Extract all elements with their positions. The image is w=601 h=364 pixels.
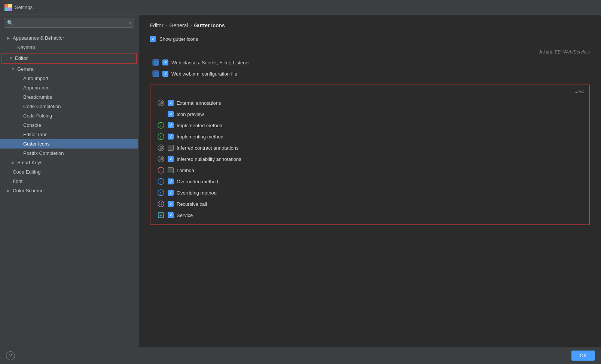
search-wrapper[interactable]: 🔍 ▾ [4, 18, 134, 28]
sidebar-item-color-scheme[interactable]: ▶ Color Scheme [0, 186, 138, 195]
icon-preview-checkbox[interactable] [168, 111, 174, 117]
sidebar-item-breadcrumbs[interactable]: Breadcrumbs [0, 92, 138, 102]
sidebar-item-general[interactable]: ▼ General [0, 64, 138, 74]
sidebar-item-font[interactable]: Font [0, 177, 138, 186]
svg-text:↓: ↓ [159, 123, 162, 128]
inferred-nullability-checkbox[interactable] [168, 156, 174, 162]
web-xml-icon: 🌐 [152, 70, 159, 77]
sidebar-item-code-folding[interactable]: Code Folding [0, 111, 138, 120]
recursive-call-label: Recursive call [177, 201, 207, 207]
sidebar-item-gutter-icons[interactable]: Gutter Icons [0, 139, 138, 149]
chevron-right-icon: ▶ [10, 160, 16, 165]
service-icon: + [157, 211, 165, 219]
chevron-right-icon: ▶ [6, 188, 11, 193]
sidebar-item-code-editing[interactable]: Code Editing [0, 167, 138, 177]
search-input[interactable] [15, 20, 129, 26]
service-label: Service [177, 212, 193, 218]
jakarta-section: Jakarta EE: Web/Servlets 🌐 Web classes: … [150, 49, 590, 79]
overriding-method-label: Overriding method [177, 190, 217, 196]
sidebar-item-label: Code Editing [13, 169, 40, 175]
inferred-contract-icon: @ [157, 144, 165, 152]
recursive-call-icon: ↺ [157, 200, 165, 208]
external-annotations-checkbox[interactable] [168, 100, 174, 106]
implementing-method-label: Implementing method [177, 134, 223, 140]
svg-text:↑: ↑ [159, 134, 162, 140]
breadcrumb: Editor › General › Gutter Icons [150, 22, 590, 28]
search-dropdown-icon[interactable]: ▾ [129, 21, 131, 25]
java-item-recursive-call: ↺ Recursive call [155, 198, 585, 209]
java-item-icon-preview: Icon preview [155, 108, 585, 120]
window-title: Settings [15, 4, 33, 10]
external-annotations-icon: @ [157, 99, 165, 107]
svg-text:@: @ [159, 146, 163, 150]
breadcrumb-editor: Editor [150, 22, 164, 28]
content-area: Editor › General › Gutter Icons Show gut… [138, 15, 601, 347]
inferred-contract-checkbox[interactable] [168, 145, 174, 151]
sidebar-item-smart-keys[interactable]: ▶ Smart Keys [0, 158, 138, 167]
overriding-method-checkbox[interactable] [168, 190, 174, 196]
sidebar-item-console[interactable]: Console [0, 120, 138, 130]
sidebar-item-editor-tabs[interactable]: Editor Tabs [0, 130, 138, 139]
sidebar-item-label: Color Scheme [13, 188, 43, 193]
overridden-method-icon: ↓ [157, 178, 165, 185]
chevron-none [16, 95, 22, 100]
sidebar-item-label: Editor Tabs [23, 132, 48, 137]
lambda-icon: ↑ [157, 166, 165, 174]
show-gutter-checkbox[interactable] [150, 36, 156, 42]
sidebar-item-appearance[interactable]: Appearance [0, 83, 138, 92]
overridden-method-checkbox[interactable] [168, 178, 174, 184]
sidebar-item-auto-import[interactable]: Auto Import [0, 74, 138, 83]
web-xml-checkbox[interactable] [162, 71, 168, 77]
chevron-down-icon: ▼ [10, 67, 16, 72]
sidebar-item-label: Appearance & Behavior [13, 35, 64, 41]
breadcrumb-sep-1: › [166, 23, 167, 28]
java-item-external-annotations: @ External annotations [155, 97, 585, 108]
ok-label: OK [580, 353, 587, 358]
chevron-none [16, 76, 22, 81]
svg-text:@: @ [159, 101, 163, 105]
sidebar-item-label: Breadcrumbs [23, 94, 52, 100]
sidebar-item-editor[interactable]: ▼ Editor [2, 53, 136, 63]
sidebar-item-label: Appearance [23, 85, 49, 91]
sidebar-item-label: Postfix Completion [23, 150, 64, 156]
sidebar-item-label: Gutter Icons [23, 141, 50, 147]
implemented-method-checkbox[interactable] [168, 122, 174, 128]
bottom-bar: ? OK [0, 347, 601, 364]
icon-preview-icon [157, 110, 165, 118]
search-bar: 🔍 ▾ [0, 15, 138, 31]
ok-button[interactable]: OK [571, 351, 595, 361]
sidebar-item-keymap[interactable]: Keymap [0, 43, 138, 52]
web-classes-checkbox[interactable] [162, 59, 168, 65]
java-section: Java @ External annotations [150, 85, 590, 225]
svg-rect-2 [4, 7, 8, 11]
lambda-checkbox[interactable] [168, 167, 174, 173]
chevron-none [6, 169, 11, 175]
sidebar-item-label: Smart Keys [17, 160, 42, 165]
sidebar-item-label: Code Folding [23, 113, 52, 119]
breadcrumb-general: General [170, 22, 188, 28]
java-item-overriding-method: ↑ Overriding method [155, 187, 585, 198]
recursive-call-checkbox[interactable] [168, 201, 174, 207]
search-icon: 🔍 [7, 20, 13, 26]
java-item-implemented-method: ↓ Implemented method [155, 120, 585, 131]
sidebar-item-postfix-completion[interactable]: Postfix Completion [0, 149, 138, 158]
sidebar-item-label: Code Completion [23, 104, 61, 109]
inferred-nullability-icon: @ [157, 155, 165, 163]
implementing-method-checkbox[interactable] [168, 134, 174, 140]
title-bar: Settings [0, 0, 601, 15]
sidebar-item-label: Editor [15, 55, 28, 61]
external-annotations-label: External annotations [177, 100, 221, 106]
sidebar-item-appearance-behavior[interactable]: ▶ Appearance & Behavior [0, 33, 138, 43]
service-checkbox[interactable] [168, 212, 174, 218]
java-item-service: + Service [155, 209, 585, 221]
help-button[interactable]: ? [6, 351, 15, 360]
chevron-none [16, 113, 22, 119]
java-label-row: Java [155, 89, 585, 94]
lambda-label: Lambda [177, 168, 194, 173]
sidebar: 🔍 ▾ ▶ Appearance & Behavior Keymap ▼ Edi… [0, 15, 138, 347]
sidebar-item-code-completion[interactable]: Code Completion [0, 102, 138, 111]
inferred-nullability-label: Inferred nullability annotations [177, 156, 241, 162]
breadcrumb-sep-2: › [190, 23, 192, 28]
web-xml-label: Web web.xml configuration file [171, 71, 237, 77]
chevron-none [16, 141, 22, 147]
